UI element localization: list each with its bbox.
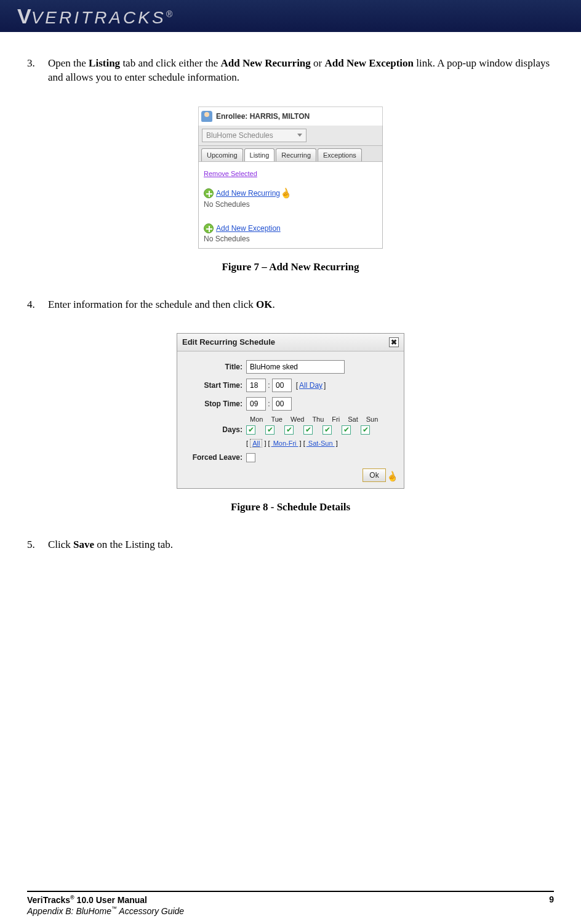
add-new-exception-link[interactable]: Add New Exception: [216, 224, 281, 233]
start-time-label: Start Time:: [185, 381, 246, 390]
remove-selected-link[interactable]: Remove Selected: [204, 170, 257, 177]
app-header: VVERITRACKS®: [0, 0, 581, 32]
plus-icon: [204, 223, 214, 233]
days-header: MonTueWedThuFriSatSun: [250, 416, 396, 423]
all-day-link[interactable]: All Day: [298, 381, 324, 390]
stop-time-label: Stop Time:: [185, 400, 246, 408]
page-number: 9: [549, 894, 554, 917]
day-sat-checkbox[interactable]: [342, 425, 351, 435]
cursor-hand-icon: [387, 471, 396, 482]
preset-monfri-link[interactable]: Mon-Fri: [270, 440, 300, 447]
step-5: 5. Click Save on the Listing tab.: [48, 538, 554, 552]
day-sun-checkbox[interactable]: [361, 425, 370, 435]
day-mon-checkbox[interactable]: [246, 425, 255, 435]
figure-8-ui: Edit Recurring Schedule ✖ Title: Start T…: [177, 333, 404, 489]
stop-hour-input[interactable]: [246, 397, 266, 411]
cursor-hand-icon: [280, 188, 290, 199]
figure-7-caption: Figure 7 – Add New Recurring: [27, 261, 554, 273]
step-3: 3. Open the Listing tab and click either…: [48, 57, 554, 85]
title-input[interactable]: [246, 360, 345, 374]
tab-recurring[interactable]: Recurring: [276, 148, 316, 161]
plus-icon: [204, 188, 214, 198]
tab-upcoming[interactable]: Upcoming: [201, 148, 243, 161]
day-wed-checkbox[interactable]: [284, 425, 294, 435]
no-schedules-text-1: No Schedules: [204, 200, 377, 209]
step-4: 4. Enter information for the schedule an…: [48, 298, 554, 312]
preset-all-link[interactable]: All: [250, 439, 262, 448]
day-thu-checkbox[interactable]: [303, 425, 313, 435]
person-icon: [201, 111, 212, 122]
forced-leave-label: Forced Leave:: [185, 454, 246, 462]
enrollee-label: Enrollee: HARRIS, MILTON: [216, 112, 310, 121]
start-hour-input[interactable]: [246, 379, 266, 392]
brand-logo: VVERITRACKS®: [17, 4, 172, 28]
tab-exceptions[interactable]: Exceptions: [318, 148, 362, 161]
tab-listing[interactable]: Listing: [244, 148, 275, 161]
enrollee-header: Enrollee: HARRIS, MILTON: [198, 106, 383, 126]
day-presets: [ All ] [ Mon-Fri ] [ Sat-Sun ]: [246, 440, 396, 447]
close-button[interactable]: ✖: [389, 337, 399, 347]
schedule-tabbar: Upcoming Listing Recurring Exceptions: [198, 145, 383, 162]
start-min-input[interactable]: [272, 379, 292, 392]
days-label: Days:: [185, 425, 246, 434]
dialog-title-text: Edit Recurring Schedule: [182, 337, 275, 347]
add-new-recurring-link[interactable]: Add New Recurring: [216, 189, 280, 198]
title-label: Title:: [185, 363, 246, 371]
no-schedules-text-2: No Schedules: [204, 235, 377, 243]
schedule-type-select[interactable]: BluHome Schedules: [202, 129, 307, 142]
forced-leave-checkbox[interactable]: [246, 453, 255, 462]
ok-button[interactable]: Ok: [363, 468, 385, 482]
figure-7-ui: Enrollee: HARRIS, MILTON BluHome Schedul…: [198, 106, 383, 249]
figure-8-caption: Figure 8 - Schedule Details: [27, 501, 554, 513]
stop-min-input[interactable]: [272, 397, 292, 411]
preset-satsun-link[interactable]: Sat-Sun: [305, 440, 336, 447]
dialog-titlebar: Edit Recurring Schedule ✖: [177, 334, 404, 352]
day-fri-checkbox[interactable]: [323, 425, 332, 435]
chevron-down-icon: [297, 134, 302, 137]
day-tue-checkbox[interactable]: [265, 425, 274, 435]
page-footer: VeriTracks® 10.0 User Manual Appendix B:…: [27, 891, 554, 917]
